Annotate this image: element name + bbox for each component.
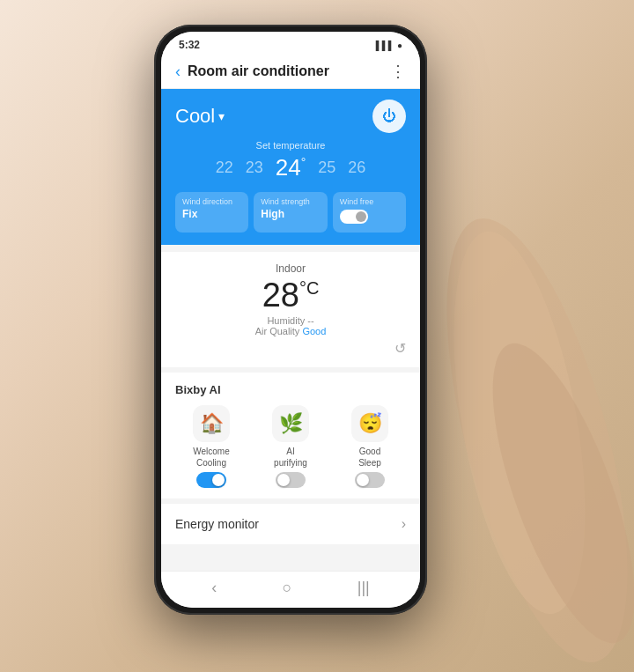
- battery-icon: ●: [397, 41, 402, 50]
- temp-25[interactable]: 25: [318, 159, 335, 177]
- temp-26[interactable]: 26: [348, 159, 365, 177]
- scroll-content: Indoor 28°C Humidity -- Air Quality Good…: [161, 245, 420, 571]
- mode-dropdown-icon: ▾: [218, 109, 225, 123]
- indoor-temp-unit: °C: [299, 278, 319, 298]
- nav-home-icon[interactable]: ○: [283, 579, 292, 597]
- wind-free-label: Wind free: [340, 197, 399, 206]
- ai-purifying-label: AIpurifying: [274, 446, 307, 469]
- mode-selector[interactable]: Cool ▾: [175, 105, 225, 128]
- temp-22[interactable]: 22: [216, 159, 233, 177]
- page-title: Room air conditioner: [188, 63, 383, 79]
- indoor-humidity: Humidity -- Air Quality Good: [175, 315, 406, 336]
- indoor-temp-value: 28: [262, 277, 299, 314]
- wind-strength-label: Wind strength: [261, 197, 320, 206]
- power-icon: ⏻: [382, 108, 396, 124]
- humidity-text: Humidity --: [267, 315, 313, 326]
- status-time: 5:32: [179, 39, 200, 51]
- wind-free-toggle[interactable]: [340, 210, 368, 224]
- mode-row: Cool ▾ ⏻: [175, 100, 406, 133]
- mode-label: Cool: [175, 105, 215, 128]
- wind-direction-control[interactable]: Wind direction Fix: [175, 192, 248, 233]
- ai-purifying-toggle[interactable]: [276, 472, 306, 488]
- back-button[interactable]: ‹: [175, 63, 181, 81]
- scene: 5:32 ▌▌▌ ● ‹ Room air conditioner ⋮ Cool…: [0, 0, 634, 672]
- air-quality-value: Good: [302, 326, 326, 336]
- indoor-title: Indoor: [175, 262, 406, 275]
- signal-icon: ▌▌▌: [376, 41, 394, 50]
- indoor-card: Indoor 28°C Humidity -- Air Quality Good…: [161, 252, 420, 367]
- phone-shell: 5:32 ▌▌▌ ● ‹ Room air conditioner ⋮ Cool…: [154, 25, 427, 615]
- wind-free-control[interactable]: Wind free: [333, 192, 406, 233]
- bixby-card: Bixby AI 🏠 WelcomeCooling 🌿 AIpurifying: [161, 373, 420, 498]
- bixby-title: Bixby AI: [175, 383, 406, 396]
- bixby-item-good-sleep[interactable]: 😴 GoodSleep: [334, 405, 406, 488]
- bixby-item-welcome-cooling[interactable]: 🏠 WelcomeCooling: [175, 405, 247, 488]
- nav-recent-icon[interactable]: |||: [358, 579, 370, 597]
- refresh-icon: ↺: [394, 341, 406, 356]
- set-temperature-label: Set temperature: [175, 140, 406, 151]
- good-sleep-toggle[interactable]: [355, 472, 385, 488]
- indoor-temperature: 28°C: [175, 278, 406, 312]
- temp-24-active[interactable]: 24°: [276, 154, 306, 181]
- degree-symbol: °: [301, 155, 306, 169]
- refresh-button[interactable]: ↺: [175, 340, 406, 357]
- energy-monitor-card[interactable]: Energy monitor ›: [161, 504, 420, 544]
- nav-back-icon[interactable]: ‹: [211, 579, 217, 597]
- welcome-cooling-toggle[interactable]: [196, 472, 226, 488]
- control-area: Cool ▾ ⏻ Set temperature 22 23 24° 25 26: [161, 89, 420, 245]
- energy-monitor-chevron-icon: ›: [402, 516, 406, 532]
- temperature-row: 22 23 24° 25 26: [175, 154, 406, 181]
- ai-purifying-icon: 🌿: [272, 405, 309, 442]
- status-bar: 5:32 ▌▌▌ ●: [161, 32, 420, 55]
- temp-23[interactable]: 23: [246, 159, 263, 177]
- energy-monitor-label: Energy monitor: [175, 517, 259, 531]
- wind-direction-value: Fix: [182, 208, 241, 220]
- air-quality-label: Air Quality: [255, 326, 300, 336]
- more-options-button[interactable]: ⋮: [390, 62, 406, 81]
- temperature-section: Set temperature 22 23 24° 25 26: [175, 140, 406, 181]
- wind-strength-control[interactable]: Wind strength High: [254, 192, 327, 233]
- status-icons: ▌▌▌ ●: [376, 41, 402, 50]
- page-header: ‹ Room air conditioner ⋮: [161, 55, 420, 89]
- power-button[interactable]: ⏻: [372, 100, 406, 133]
- wind-strength-value: High: [261, 208, 320, 220]
- phone-screen: 5:32 ▌▌▌ ● ‹ Room air conditioner ⋮ Cool…: [161, 32, 420, 608]
- welcome-cooling-label: WelcomeCooling: [193, 446, 230, 469]
- wind-controls: Wind direction Fix Wind strength High Wi…: [175, 192, 406, 233]
- good-sleep-icon: 😴: [351, 405, 388, 442]
- wind-direction-label: Wind direction: [182, 197, 241, 206]
- bixby-item-ai-purifying[interactable]: 🌿 AIpurifying: [254, 405, 327, 488]
- bixby-items: 🏠 WelcomeCooling 🌿 AIpurifying 😴 GoodSle…: [175, 405, 406, 488]
- welcome-cooling-icon: 🏠: [193, 405, 230, 442]
- navigation-bar: ‹ ○ |||: [161, 571, 420, 608]
- good-sleep-label: GoodSleep: [358, 446, 381, 469]
